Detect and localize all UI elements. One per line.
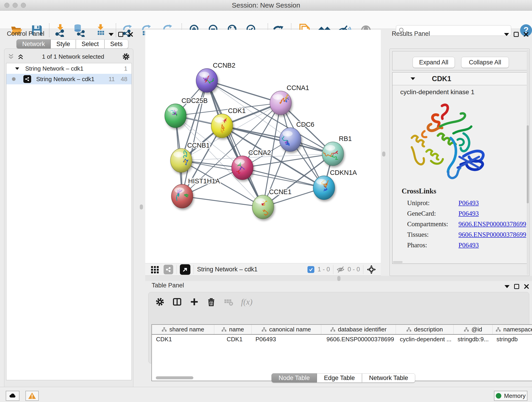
collapse-panel-icon[interactable] [109, 33, 114, 36]
birdseye-grid-icon[interactable] [150, 265, 159, 274]
cell-database-identifier[interactable]: 9606.ENSP00000378699 [321, 334, 396, 344]
edge[interactable] [222, 126, 333, 154]
splitter-handle[interactable] [337, 276, 341, 281]
cell-shared-name[interactable]: CDK1 [152, 334, 214, 344]
network-overview-button[interactable] [164, 265, 173, 274]
tab-style[interactable]: Style [51, 39, 76, 49]
tab-node-table[interactable]: Node Table [272, 373, 317, 383]
network-collection-row[interactable]: String Network – cdk1 1 [6, 63, 132, 74]
cell-id[interactable]: stringdb:9... [453, 334, 492, 344]
crosshair-move-icon[interactable] [367, 265, 376, 274]
close-panel-icon[interactable] [524, 284, 529, 289]
edge[interactable] [207, 80, 281, 103]
table-hscroll-thumb[interactable] [156, 376, 193, 379]
control-panel-tabs: Network Style Select Sets [17, 39, 128, 49]
left-splitter-handle[interactable] [140, 204, 143, 210]
share-icon [165, 267, 171, 273]
collapse-panel-icon[interactable] [504, 33, 509, 36]
float-panel-icon[interactable] [514, 284, 519, 289]
node-table: shared name name canonical name database… [152, 324, 532, 381]
node-label: CDC6 [296, 121, 314, 128]
tree-column-icon [330, 327, 335, 332]
cloud-button[interactable] [6, 391, 19, 401]
delete-column-icon[interactable] [207, 297, 216, 306]
crosslink-link[interactable]: P06493 [458, 210, 479, 217]
node-CCNE1[interactable]: CCNE1 [252, 188, 291, 219]
tree-column-icon [496, 327, 500, 332]
column-header[interactable]: canonical name [251, 325, 321, 334]
warnings-button[interactable] [25, 391, 39, 401]
tab-sets[interactable]: Sets [104, 39, 128, 49]
hidden-count: 0 - 0 [348, 266, 360, 273]
collapse-entry-icon[interactable] [411, 77, 415, 80]
column-header[interactable]: shared name [152, 325, 214, 334]
node-label: RB1 [339, 135, 352, 142]
node-label: CCNA1 [287, 84, 309, 91]
table-settings-gear-icon[interactable] [155, 297, 165, 306]
tab-edge-table[interactable]: Edge Table [317, 373, 362, 383]
crosslink-link[interactable]: P06493 [458, 241, 479, 249]
right-splitter-handle[interactable] [382, 152, 385, 157]
expand-all-button[interactable]: Expand All [413, 57, 455, 68]
node-count: 11 [109, 76, 115, 83]
node-CCNA1[interactable]: CCNA1 [270, 84, 309, 115]
title-bar: Session: New Session [0, 0, 532, 11]
column-header[interactable]: @id [453, 325, 492, 334]
float-panel-icon[interactable] [118, 32, 123, 37]
cell-namespace[interactable]: stringdb [492, 334, 532, 344]
cell-description[interactable]: cyclin-dependent ... [396, 334, 453, 344]
expand-all-icon[interactable] [17, 53, 24, 60]
tab-network-table[interactable]: Network Table [362, 373, 415, 383]
node-HIST1H1A[interactable]: HIST1H1A [171, 177, 220, 208]
column-header[interactable]: description [396, 325, 453, 334]
tab-network[interactable]: Network [17, 39, 51, 49]
collapse-panel-icon[interactable] [505, 285, 510, 288]
float-panel-icon[interactable] [514, 32, 519, 37]
gene-entry-header[interactable]: CDK1 [393, 72, 527, 85]
horizontal-splitter[interactable] [145, 276, 532, 281]
cell-name[interactable]: CDK1 [214, 334, 251, 344]
cell-canonical-name[interactable]: P06493 [251, 334, 321, 344]
cytoscape-window: Session: New Session [0, 0, 532, 402]
collapse-all-icon[interactable] [7, 53, 14, 60]
node-CDKN1A[interactable]: CDKN1A [313, 169, 357, 200]
column-header[interactable]: namespace [492, 325, 532, 334]
gene-description: cyclin-dependent kinase 1 [393, 85, 527, 96]
network-selection-summary: 1 of 1 Network selected [24, 53, 122, 60]
tree-expand-icon[interactable] [15, 67, 19, 70]
network-row[interactable]: String Network – cdk1 11 48 [6, 74, 132, 84]
gear-icon[interactable] [122, 53, 130, 61]
column-header[interactable]: database identifier [321, 325, 396, 334]
network-label: String Network – cdk1 [36, 76, 94, 83]
add-column-icon[interactable] [190, 297, 199, 306]
network-tree: String Network – cdk1 1 String Network [6, 63, 132, 380]
close-panel-icon[interactable] [128, 32, 133, 37]
selected-checkbox-icon[interactable] [307, 266, 314, 273]
protein-structure-image [404, 99, 495, 186]
close-panel-icon[interactable] [523, 32, 529, 37]
crosslink-link[interactable]: P06493 [458, 199, 479, 207]
detach-view-button[interactable] [180, 264, 190, 275]
network-view-canvas[interactable]: CCNB2CCNA1CDC25BCDK1CDC6RB1CCNB1CCNA2CDK… [145, 30, 381, 263]
memory-label: Memory [504, 392, 526, 400]
horizontal-scrollbar-thumb[interactable] [393, 261, 403, 263]
table-row[interactable]: CDK1 CDK1 P06493 9606.ENSP00000378699 cy… [152, 334, 532, 344]
warning-icon [28, 392, 36, 400]
edge[interactable] [207, 80, 263, 207]
crosslink-row: Tissues: 9606.ENSP00000378699 [393, 229, 527, 240]
node-label: CCNB1 [187, 142, 210, 149]
network-graph[interactable]: CCNB2CCNA1CDC25BCDK1CDC6RB1CCNB1CCNA2CDK… [145, 30, 381, 263]
memory-button[interactable]: Memory [494, 391, 527, 401]
column-header[interactable]: name [214, 325, 251, 334]
show-columns-icon[interactable] [172, 297, 182, 307]
node-RB1[interactable]: RB1 [322, 135, 352, 166]
node-CDK1[interactable]: CDK1 [211, 107, 246, 138]
network-state-dot [12, 77, 16, 81]
string-results-box: Expand All Collapse All CDK1 cyclin-depe… [389, 49, 530, 276]
crosslink-link[interactable]: 9606.ENSP00000378699 [458, 231, 526, 238]
results-scrollbar[interactable] [527, 50, 529, 275]
collapse-all-button[interactable]: Collapse All [461, 57, 509, 68]
tab-select[interactable]: Select [76, 39, 104, 49]
edge[interactable] [182, 196, 263, 207]
crosslink-link[interactable]: 9606.ENSP00000378699 [458, 220, 526, 228]
